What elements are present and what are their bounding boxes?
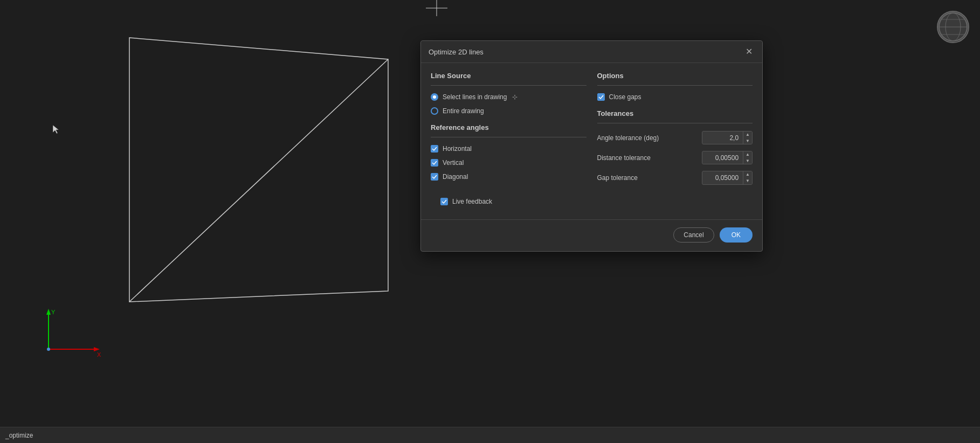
svg-text:Y: Y [51,309,56,315]
select-lines-radio[interactable] [431,93,438,101]
gap-tolerance-down[interactable]: ▼ [743,178,752,184]
gap-tolerance-input[interactable]: ▲ ▼ [702,171,753,184]
dialog-footer: Cancel OK [421,219,762,251]
line-source-section: Line Source Select lines in drawing ⊹ En… [431,72,586,115]
close-gaps-checkbox[interactable] [597,93,605,101]
distance-tolerance-input[interactable]: ▲ ▼ [702,151,753,164]
distance-tolerance-up[interactable]: ▲ [743,151,752,158]
angle-tolerance-input[interactable]: ▲ ▼ [702,131,753,144]
horizontal-option[interactable]: Horizontal [431,145,586,153]
select-lines-option[interactable]: Select lines in drawing ⊹ [431,93,586,101]
angle-tolerance-row: Angle tolerance (deg) ▲ ▼ [597,131,753,144]
main-columns: Line Source Select lines in drawing ⊹ En… [431,72,753,193]
gap-tolerance-spinners: ▲ ▼ [743,171,752,184]
ok-button[interactable]: OK [720,227,753,243]
horizontal-checkbox[interactable] [431,145,438,153]
distance-tolerance-label: Distance tolerance [597,154,651,162]
svg-point-11 [47,348,50,351]
svg-marker-4 [53,125,59,134]
vertical-checkbox[interactable] [431,159,438,167]
close-gaps-option[interactable]: Close gaps [597,93,753,101]
entire-drawing-radio[interactable] [431,107,438,115]
gap-tolerance-value[interactable] [702,172,743,183]
reference-angles-title: Reference angles [431,123,586,131]
drawing-shape [119,27,404,320]
radio-inner [433,95,436,99]
optimize-dialog: Optimize 2D lines ✕ Line Source Select l… [420,40,763,252]
right-column: Options Close gaps Tolerances [597,72,753,193]
svg-text:X: X [97,351,101,358]
options-section: Options Close gaps [597,72,753,101]
dialog-body: Line Source Select lines in drawing ⊹ En… [421,63,762,214]
distance-tolerance-down[interactable]: ▼ [743,158,752,164]
live-feedback-label: Live feedback [452,198,492,205]
tolerances-title: Tolerances [597,109,753,117]
entire-drawing-label: Entire drawing [443,107,484,115]
close-button[interactable]: ✕ [743,46,755,57]
dialog-header: Optimize 2D lines ✕ [421,41,762,63]
svg-marker-9 [94,347,100,351]
live-feedback-checkbox[interactable] [440,198,448,205]
horizontal-label: Horizontal [443,145,472,153]
diagonal-checkbox[interactable] [431,173,438,181]
distance-tolerance-spinners: ▲ ▼ [743,151,752,164]
angle-tolerance-label: Angle tolerance (deg) [597,134,659,142]
crosshair [426,0,447,18]
coordinate-axes: Y X [38,306,102,362]
select-lines-label: Select lines in drawing [443,93,507,101]
svg-line-3 [129,59,388,302]
angle-tolerance-value[interactable] [702,133,743,143]
line-source-title: Line Source [431,72,586,80]
live-feedback-row[interactable]: Live feedback [431,193,753,205]
angle-tolerance-up[interactable]: ▲ [743,131,752,138]
gap-tolerance-label: Gap tolerance [597,174,638,182]
cancel-button[interactable]: Cancel [673,227,714,243]
diagonal-option[interactable]: Diagonal [431,173,586,181]
status-text: _optimize [5,432,33,439]
select-cursor-icon: ⊹ [512,93,517,101]
gap-tolerance-up[interactable]: ▲ [743,171,752,178]
vertical-label: Vertical [443,159,464,167]
entire-drawing-option[interactable]: Entire drawing [431,107,586,115]
svg-marker-2 [129,38,388,302]
status-bar: _optimize [0,427,980,443]
vertical-option[interactable]: Vertical [431,159,586,167]
gap-tolerance-row: Gap tolerance ▲ ▼ [597,171,753,184]
angle-tolerance-down[interactable]: ▼ [743,138,752,144]
compass-globe [937,11,969,43]
cursor [51,124,62,137]
svg-marker-6 [46,309,51,315]
left-column: Line Source Select lines in drawing ⊹ En… [431,72,586,193]
dialog-title: Optimize 2D lines [429,48,484,56]
options-title: Options [597,72,753,80]
reference-angles-section: Reference angles Horizontal [431,123,586,181]
distance-tolerance-value[interactable] [702,153,743,163]
tolerances-section: Tolerances Angle tolerance (deg) ▲ ▼ [597,109,753,185]
close-gaps-label: Close gaps [609,93,641,101]
distance-tolerance-row: Distance tolerance ▲ ▼ [597,151,753,164]
diagonal-label: Diagonal [443,173,468,181]
angle-tolerance-spinners: ▲ ▼ [743,131,752,144]
